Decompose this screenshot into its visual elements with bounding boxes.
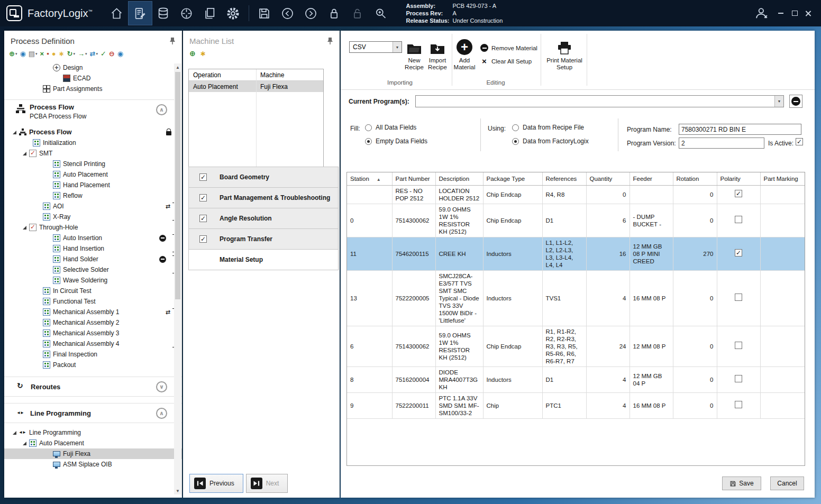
- section-checkbox[interactable]: [199, 173, 207, 181]
- remove-material-button[interactable]: Remove Material: [480, 44, 537, 52]
- tree-item-in-circuit-test[interactable]: In Circuit Test: [4, 286, 182, 296]
- minimize-button[interactable]: [774, 7, 787, 20]
- globe-icon[interactable]: ◉: [19, 50, 26, 58]
- home-button[interactable]: [105, 2, 129, 25]
- column-header-part-number[interactable]: Part Number: [392, 172, 435, 185]
- refresh-icon[interactable]: ↻▾: [67, 50, 76, 58]
- expander-icon[interactable]: [23, 442, 26, 445]
- back-button[interactable]: [276, 2, 299, 25]
- data-button[interactable]: [152, 2, 175, 25]
- maximize-button[interactable]: [788, 7, 801, 20]
- expander-icon[interactable]: [13, 131, 16, 134]
- current-programs-select[interactable]: ▼: [415, 95, 784, 107]
- column-header-part-marking[interactable]: Part Marking: [760, 172, 805, 185]
- clear-icon[interactable]: ×: [40, 50, 45, 58]
- collapse-icon[interactable]: ∧: [156, 408, 167, 419]
- tree-item-initialization[interactable]: Initialization: [4, 138, 182, 148]
- column-header-machine[interactable]: Machine: [256, 71, 323, 79]
- info-icon[interactable]: ◉: [117, 50, 124, 58]
- print-icon[interactable]: ▤▾: [28, 50, 38, 58]
- tree-item-wave-soldering[interactable]: Wave Soldering: [4, 275, 182, 286]
- material-row[interactable]: 87516200004DIODE MRA4007T3G KHInductorsD…: [347, 366, 805, 392]
- find-button[interactable]: [369, 2, 393, 25]
- polarity-checkbox[interactable]: [735, 216, 742, 223]
- scroll-up-icon[interactable]: ▲: [176, 63, 180, 71]
- tree-item-selective-solder[interactable]: Selective Solder: [4, 264, 182, 275]
- column-header-feeder[interactable]: Feeder: [630, 172, 673, 185]
- fill-radio-all-data-fields[interactable]: All Data Fields: [365, 121, 427, 134]
- tree-item-fuji-flexa[interactable]: Fuji Flexa: [4, 448, 182, 459]
- polarity-checkbox[interactable]: [735, 249, 742, 256]
- user-logout-button[interactable]: [750, 2, 773, 25]
- configure-icon[interactable]: ∗: [200, 50, 206, 57]
- remove-program-button[interactable]: [789, 95, 802, 108]
- previous-button[interactable]: Previous: [189, 474, 243, 493]
- column-header-references[interactable]: References: [542, 172, 586, 185]
- polarity-checkbox[interactable]: [735, 375, 742, 382]
- material-row[interactable]: RES - NO POP 2512LOCATION HOLDER 2512Chi…: [347, 185, 805, 204]
- navigate-button[interactable]: [175, 2, 198, 25]
- using-radio-data-from-recipe-file[interactable]: Data from Recipe File: [512, 121, 589, 134]
- expander-icon[interactable]: [23, 226, 26, 230]
- process-flow-section-header[interactable]: Process Flow PCBA Process Flow ∧: [4, 99, 182, 124]
- column-header-polarity[interactable]: Polarity: [717, 172, 760, 185]
- material-row[interactable]: 6751430006259.0 OHMS 1W 1% RESISTOR KH (…: [347, 326, 805, 366]
- close-button[interactable]: [802, 7, 815, 20]
- tree-item-mechanical-assembly-4[interactable]: Mechanical Assembly 4: [4, 338, 182, 349]
- save-button[interactable]: [253, 2, 276, 25]
- transfer-icon[interactable]: ⇄▾: [89, 50, 98, 58]
- column-header-operation[interactable]: Operation: [189, 71, 256, 79]
- section-board-geometry[interactable]: Board Geometry: [188, 167, 339, 188]
- expander-icon[interactable]: [23, 152, 26, 155]
- section-checkbox[interactable]: [199, 215, 207, 222]
- column-header-quantity[interactable]: Quantity: [586, 172, 630, 185]
- new-recipe-button[interactable]: New Recipe: [403, 39, 426, 71]
- tree-item-ecad[interactable]: ECAD: [4, 73, 182, 84]
- tree-item-auto-placement[interactable]: Auto Placement: [4, 169, 182, 180]
- lock-button[interactable]: [323, 2, 346, 25]
- settings-button[interactable]: [222, 2, 245, 25]
- tree-item-packout[interactable]: Packout: [4, 360, 182, 370]
- tree-item-functional-test[interactable]: Functional Test: [4, 296, 182, 307]
- star-icon[interactable]: ∗: [58, 50, 65, 58]
- documents-button[interactable]: [198, 2, 222, 25]
- using-radio-data-from-factorylogix[interactable]: Data from FactoryLogix: [512, 134, 589, 148]
- column-header-station[interactable]: Station▲: [347, 172, 392, 185]
- tree-item-smt[interactable]: SMT: [4, 148, 182, 159]
- forward-button[interactable]: [299, 2, 323, 25]
- section-checkbox[interactable]: [199, 194, 207, 201]
- tree-item-hand-placement[interactable]: Hand Placement: [4, 180, 182, 190]
- import-recipe-button[interactable]: Import Recipe: [425, 39, 450, 71]
- pin-icon[interactable]: [169, 37, 176, 45]
- program-version-input[interactable]: [679, 138, 764, 149]
- section-program-transfer[interactable]: Program Transfer: [188, 228, 339, 250]
- machine-row[interactable]: Auto Placement Fuji Flexa: [189, 81, 323, 92]
- cancel-button[interactable]: Cancel: [770, 476, 804, 490]
- scroll-thumb[interactable]: [175, 72, 180, 299]
- column-header-package-type[interactable]: Package Type: [483, 172, 542, 185]
- column-header-description[interactable]: Description: [435, 172, 483, 185]
- tree-item-auto-insertion[interactable]: Auto Insertion: [4, 233, 182, 243]
- collapse-icon[interactable]: ∧: [156, 104, 167, 115]
- add-machine-icon[interactable]: ⊕: [189, 50, 196, 57]
- tree-item-mechanical-assembly-2[interactable]: Mechanical Assembly 2: [4, 317, 182, 328]
- tree-item-final-inspection[interactable]: Final Inspection: [4, 349, 182, 360]
- tree-item-line-programming[interactable]: Line Programming: [4, 427, 182, 438]
- format-select[interactable]: CSV ▼: [349, 41, 402, 53]
- tree-item-design[interactable]: Design: [4, 62, 182, 73]
- polarity-checkbox[interactable]: [735, 342, 742, 349]
- tree-item-aoi[interactable]: AOI⇄: [4, 201, 182, 212]
- tree-item-mechanical-assembly-1[interactable]: Mechanical Assembly 1⇄: [4, 307, 182, 317]
- line-programming-section-header[interactable]: Line Programming ∧: [4, 403, 182, 423]
- tree-item-x-ray[interactable]: X-Ray: [4, 212, 182, 222]
- expander-icon[interactable]: [13, 431, 16, 435]
- polarity-checkbox[interactable]: [735, 190, 742, 197]
- tree-item-hand-insertion[interactable]: Hand Insertion: [4, 243, 182, 254]
- tree-item-mechanical-assembly-3[interactable]: Mechanical Assembly 3: [4, 328, 182, 338]
- print-material-setup-button[interactable]: Print Material Setup: [544, 39, 585, 71]
- clear-all-setup-button[interactable]: × Clear All Setup: [480, 57, 532, 66]
- tree-item-auto-placement[interactable]: Auto Placement: [4, 438, 182, 448]
- section-part-management-troubleshooting[interactable]: Part Management & Troubleshooting: [188, 187, 339, 208]
- column-header-rotation[interactable]: Rotation: [673, 172, 717, 185]
- forms-button[interactable]: [129, 2, 152, 25]
